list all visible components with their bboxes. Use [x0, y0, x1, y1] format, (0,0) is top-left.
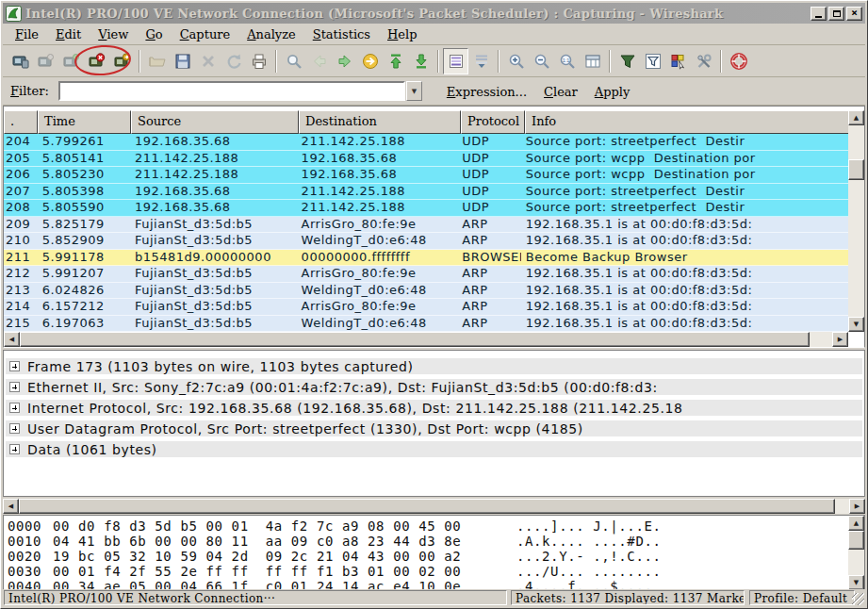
scroll-right-icon[interactable]: ▶ — [849, 499, 865, 514]
colorize-button[interactable] — [443, 48, 468, 74]
detail-line[interactable]: User Datagram Protocol, Src Port: street… — [6, 420, 862, 436]
close-button[interactable]: × — [846, 7, 862, 21]
packet-row-205[interactable]: 2055.805141211.142.25.188192.168.35.68UD… — [4, 151, 848, 168]
detail-line[interactable]: Data (1061 bytes) — [6, 441, 862, 457]
cell-info: Source port: wcpp Destination por — [521, 167, 848, 183]
display-filter-button[interactable] — [640, 48, 665, 74]
zoom-in-button[interactable] — [503, 48, 529, 74]
packet-row-204[interactable]: 2045.799261192.168.35.68211.142.25.188UD… — [4, 134, 848, 151]
go-top-icon — [386, 52, 405, 71]
hex-line-0030[interactable]: 003000 01 f4 2f 55 2e ff ff ff ff f1 b3 … — [8, 564, 845, 579]
cell-source: 211.142.25.188 — [130, 167, 297, 183]
column-header-protocol[interactable]: Protocol — [461, 110, 525, 134]
packet-row-209[interactable]: 2095.825179FujianSt_d3:5d:b5ArrisGro_80:… — [4, 217, 848, 234]
bytes-vscrollbar[interactable]: ▲ ▼ — [848, 516, 864, 590]
find-button[interactable] — [281, 48, 306, 74]
cell-destination: WeldingT_d0:e6:48 — [297, 283, 458, 299]
resize-columns-button[interactable] — [580, 48, 605, 74]
menu-go[interactable]: Go — [137, 25, 171, 43]
find-icon — [285, 52, 303, 71]
hex-line-0020[interactable]: 002019 bc 05 32 10 59 04 2d 09 2c 21 04 … — [8, 549, 845, 564]
zoom-out-button[interactable] — [529, 48, 554, 74]
zoom-100-button[interactable]: 1:1 — [554, 48, 580, 74]
status-bar: Intel(R) PRO/100 VE Network Connection··… — [3, 589, 865, 606]
clear-button[interactable]: Clear — [544, 85, 578, 99]
packet-row-211[interactable]: 2115.991178b15481d9.0000000000000000.fff… — [4, 250, 848, 267]
go-bottom-button[interactable] — [408, 48, 434, 74]
column-header-source[interactable]: Source — [131, 110, 299, 134]
packet-row-215[interactable]: 2156.197063FujianSt_d3:5d:b5WeldingT_d0:… — [4, 316, 848, 333]
save-button[interactable] — [170, 48, 195, 74]
vscroll-thumb[interactable] — [848, 531, 864, 550]
hex-ascii: .A.k.... ....#D.. — [516, 534, 662, 549]
expand-plus-icon[interactable] — [9, 423, 20, 434]
expand-plus-icon[interactable] — [9, 382, 20, 392]
packet-row-206[interactable]: 2065.805230211.142.25.188192.168.35.68UD… — [4, 167, 848, 184]
open-icon — [148, 52, 167, 71]
expand-plus-icon[interactable] — [9, 403, 20, 413]
menu-statistics[interactable]: Statistics — [304, 25, 379, 43]
help-button[interactable] — [726, 48, 751, 74]
go-forward-button[interactable] — [332, 48, 357, 74]
capture-stop-button[interactable] — [84, 48, 109, 74]
detail-line[interactable]: Frame 173 (1103 bytes on wire, 1103 byte… — [6, 358, 862, 374]
reload-icon — [224, 52, 243, 71]
cell-no: 213 — [4, 283, 38, 299]
packet-row-208[interactable]: 2085.805590192.168.35.68211.142.25.188UD… — [4, 200, 848, 217]
autoscroll-button[interactable] — [468, 48, 494, 74]
column-header-destination[interactable]: Destination — [299, 110, 461, 134]
packet-row-213[interactable]: 2136.024826FujianSt_d3:5d:b5WeldingT_d0:… — [4, 283, 848, 300]
scroll-down-icon[interactable]: ▼ — [848, 317, 864, 332]
scroll-up-icon[interactable]: ▲ — [848, 516, 864, 531]
menu-capture[interactable]: Capture — [172, 25, 239, 43]
resize-grip[interactable] — [852, 593, 864, 605]
detail-line[interactable]: Ethernet II, Src: Sony_f2:7c:a9 (00:01:4… — [6, 379, 862, 395]
scroll-left-icon[interactable]: ◀ — [4, 332, 20, 347]
scroll-left-icon[interactable]: ◀ — [3, 499, 19, 514]
column-header-time[interactable]: Time — [38, 110, 131, 134]
go-bottom-icon — [412, 52, 431, 71]
capture-restart-button[interactable] — [109, 48, 135, 74]
print-button[interactable] — [246, 48, 271, 74]
capture-filter-button[interactable] — [614, 48, 640, 74]
preferences-button[interactable] — [691, 48, 716, 74]
expression-button[interactable]: Expression... — [447, 85, 527, 99]
menu-help[interactable]: Help — [379, 25, 426, 43]
detail-line[interactable]: Internet Protocol, Src: 192.168.35.68 (1… — [6, 400, 862, 416]
menu-analyze[interactable]: Analyze — [238, 25, 304, 43]
packet-list-vscrollbar[interactable]: ▲ ▼ — [848, 110, 864, 332]
coloring-rules-button[interactable] — [665, 48, 691, 74]
cell-destination: ArrisGro_80:fe:9e — [297, 299, 458, 315]
apply-button[interactable]: Apply — [595, 85, 631, 99]
scroll-down-icon[interactable]: ▼ — [848, 575, 864, 590]
menu-edit[interactable]: Edit — [47, 25, 90, 43]
scroll-up-icon[interactable]: ▲ — [848, 110, 864, 125]
packet-list-hscrollbar[interactable]: ◀ ▶ — [4, 332, 848, 347]
hex-line-0010[interactable]: 001004 41 bb 6b 00 00 80 11 aa 09 c0 a8 … — [8, 534, 845, 549]
packet-row-207[interactable]: 2075.805398192.168.35.68211.142.25.188UD… — [4, 184, 848, 201]
expand-plus-icon[interactable] — [9, 444, 20, 454]
menu-file[interactable]: File — [7, 25, 47, 43]
vscroll-thumb[interactable] — [848, 159, 864, 180]
filter-dropdown-button[interactable]: ▼ — [406, 81, 422, 101]
packet-row-212[interactable]: 2125.991207FujianSt_d3:5d:b5ArrisGro_80:… — [4, 266, 848, 283]
scroll-right-icon[interactable]: ▶ — [832, 332, 848, 347]
hscroll-thumb[interactable] — [20, 332, 810, 347]
hex-line-0000[interactable]: 000000 d0 f8 d3 5d b5 00 01 4a f2 7c a9 … — [8, 518, 845, 534]
column-header-info[interactable]: Info — [525, 110, 855, 134]
detail-text: Ethernet II, Src: Sony_f2:7c:a9 (00:01:4… — [27, 380, 658, 395]
packet-row-210[interactable]: 2105.852909FujianSt_d3:5d:b5WeldingT_d0:… — [4, 233, 848, 250]
zoom-out-icon — [532, 52, 551, 71]
go-top-button[interactable] — [383, 48, 408, 74]
interfaces-button[interactable] — [8, 48, 33, 74]
maximize-button[interactable] — [828, 7, 844, 21]
menu-view[interactable]: View — [90, 25, 137, 43]
column-header-no[interactable]: . — [4, 110, 38, 134]
go-to-packet-button[interactable] — [357, 48, 383, 74]
details-hscrollbar[interactable]: ◀ ▶ — [3, 499, 865, 514]
minimize-button[interactable] — [811, 7, 827, 21]
filter-input[interactable] — [58, 81, 405, 101]
hscroll-thumb[interactable] — [19, 499, 835, 514]
packet-row-214[interactable]: 2146.157212FujianSt_d3:5d:b5ArrisGro_80:… — [4, 299, 848, 316]
expand-plus-icon[interactable] — [9, 361, 20, 371]
